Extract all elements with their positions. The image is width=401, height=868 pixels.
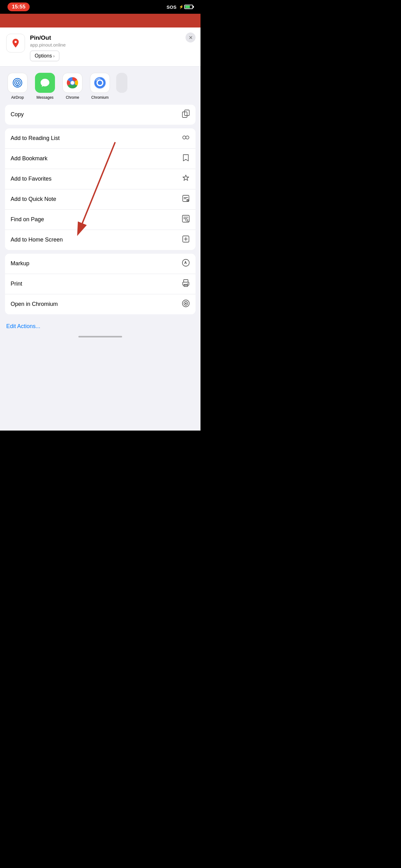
options-button[interactable]: Options › [30, 51, 59, 61]
airdrop-icon-wrap [7, 73, 28, 93]
find-on-page-label: Find on Page [11, 216, 44, 223]
action-add-home-screen[interactable]: Add to Home Screen [5, 230, 196, 250]
chrome-label: Chrome [66, 95, 79, 100]
quick-note-icon [182, 194, 190, 204]
svg-point-0 [15, 41, 17, 43]
open-chromium-label: Open in Chromium [11, 301, 58, 307]
share-item-chromium[interactable]: Chromium [89, 73, 111, 100]
section-links: Add to Reading List Add Bookmark Add to … [5, 128, 196, 250]
action-add-reading-list[interactable]: Add to Reading List [5, 128, 196, 149]
chrome-svg [66, 76, 79, 89]
chromium-action-icon [182, 299, 190, 309]
chrome-icon-wrap [63, 73, 82, 93]
add-bookmark-label: Add Bookmark [11, 155, 47, 162]
markup-label: Markup [11, 260, 29, 267]
svg-point-6 [71, 81, 74, 85]
pin-icon-svg [11, 38, 21, 48]
messages-label: Messages [37, 95, 54, 100]
svg-point-32 [185, 303, 187, 304]
copy-icon [182, 110, 190, 120]
share-scroll[interactable]: AirDrop Messages [0, 73, 201, 100]
add-home-screen-label: Add to Home Screen [11, 237, 63, 243]
copy-label: Copy [11, 111, 24, 118]
svg-point-10 [98, 81, 102, 85]
app-url: app.pinout.online [30, 42, 194, 48]
action-open-chromium[interactable]: Open in Chromium [5, 294, 196, 314]
reading-list-icon [182, 133, 190, 144]
section-misc: Markup Print Open in Chromium [5, 254, 196, 314]
svg-point-3 [16, 82, 19, 84]
battery-icon: ⚡ [179, 5, 193, 9]
bookmark-icon [182, 154, 190, 164]
print-icon [182, 279, 190, 289]
svg-rect-26 [183, 280, 188, 282]
action-add-quick-note[interactable]: Add to Quick Note [5, 189, 196, 210]
share-item-more[interactable] [116, 73, 127, 100]
messages-icon-wrap [35, 73, 55, 93]
status-right: SOS ⚡ [166, 4, 193, 10]
status-bar: 15:55 SOS ⚡ [0, 0, 201, 14]
home-screen-icon [182, 235, 190, 245]
action-markup[interactable]: Markup [5, 254, 196, 274]
add-favorites-label: Add to Favorites [11, 176, 52, 182]
share-item-messages[interactable]: Messages [34, 73, 56, 100]
messages-svg [39, 77, 51, 89]
app-title: Pin/Out [30, 34, 194, 41]
share-item-chrome[interactable]: Chrome [61, 73, 84, 100]
airdrop-svg [11, 76, 24, 89]
favorites-icon [182, 174, 190, 184]
action-find-on-page[interactable]: Find on Page [5, 210, 196, 230]
action-print[interactable]: Print [5, 274, 196, 294]
chromium-label: Chromium [91, 95, 108, 100]
airdrop-label: AirDrop [11, 95, 24, 100]
edit-actions-container[interactable]: Edit Actions... [0, 318, 201, 332]
find-icon [182, 215, 190, 225]
add-quick-note-label: Add to Quick Note [11, 196, 56, 203]
sos-label: SOS [166, 4, 176, 10]
home-indicator [0, 332, 201, 340]
close-button[interactable]: ✕ [186, 32, 196, 42]
share-sheet: Pin/Out app.pinout.online Options › ✕ [0, 28, 201, 431]
battery-fill [185, 6, 190, 8]
svg-point-15 [183, 136, 186, 139]
bolt-icon: ⚡ [179, 5, 183, 9]
close-icon: ✕ [189, 35, 193, 41]
edit-actions-label[interactable]: Edit Actions... [6, 323, 40, 329]
options-chevron-icon: › [53, 54, 55, 58]
action-copy[interactable]: Copy [5, 105, 196, 125]
svg-point-29 [188, 283, 188, 284]
chromium-icon-wrap [90, 73, 110, 93]
header-info: Pin/Out app.pinout.online Options › [30, 34, 194, 61]
chromium-svg [93, 76, 107, 90]
options-label: Options [35, 53, 52, 59]
action-add-favorites[interactable]: Add to Favorites [5, 169, 196, 189]
home-bar [78, 336, 122, 337]
share-row: AirDrop Messages [0, 67, 201, 105]
markup-icon [182, 259, 190, 269]
app-icon [6, 34, 25, 53]
add-reading-list-label: Add to Reading List [11, 135, 60, 142]
print-label: Print [11, 281, 22, 287]
svg-line-21 [188, 221, 189, 221]
action-add-bookmark[interactable]: Add Bookmark [5, 149, 196, 169]
status-time: 15:55 [7, 2, 30, 11]
svg-point-16 [186, 136, 189, 139]
share-header: Pin/Out app.pinout.online Options › ✕ [0, 28, 201, 66]
more-icon-wrap [116, 73, 127, 93]
browser-top-bar [0, 14, 201, 28]
section-copy: Copy [5, 105, 196, 125]
share-item-airdrop[interactable]: AirDrop [6, 73, 29, 100]
battery-body [184, 5, 193, 9]
